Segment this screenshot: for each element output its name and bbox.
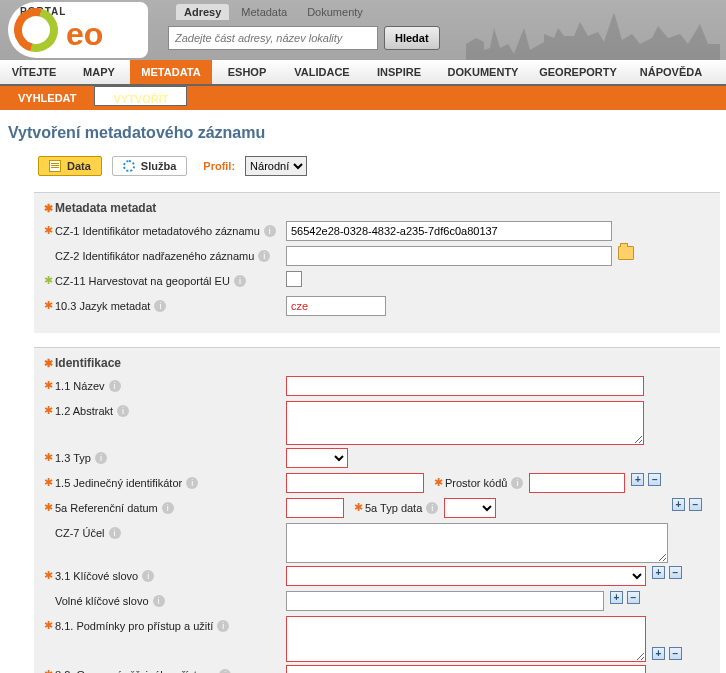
city-silhouette-icon	[466, 14, 726, 60]
submenu-vytvorit[interactable]: VYTVOŘIT	[94, 86, 187, 106]
volne-input[interactable]	[286, 591, 604, 611]
podminky-textarea[interactable]	[286, 616, 646, 662]
logo-eo-text: eo	[66, 16, 103, 53]
cz11-label: CZ-11 Harvestovat na geoportál EU	[55, 275, 230, 287]
menu-validace[interactable]: VALIDACE	[282, 60, 362, 84]
add-button[interactable]: +	[652, 647, 665, 660]
nazev-input[interactable]	[286, 376, 644, 396]
context-tabs: Adresy Metadata Dokumenty	[176, 4, 371, 20]
refdatum-label: 5a Referenční datum	[55, 502, 158, 514]
remove-button[interactable]: −	[627, 591, 640, 604]
identif-input[interactable]	[286, 473, 424, 493]
ucel-textarea[interactable]	[286, 523, 668, 563]
menu-eshop[interactable]: ESHOP	[212, 60, 282, 84]
context-tab-adresy[interactable]: Adresy	[176, 4, 229, 20]
menu-georeporty[interactable]: GEOREPORTY	[530, 60, 626, 84]
refdatum-input[interactable]	[286, 498, 344, 518]
mode-data-label: Data	[67, 160, 91, 172]
add-button[interactable]: +	[672, 498, 685, 511]
add-button[interactable]: +	[631, 473, 644, 486]
section-identifikace: ✱Identifikace ✱1.1 Názevi ✱1.2 Abstrakti…	[34, 347, 720, 673]
typ-label: 1.3 Typ	[55, 452, 91, 464]
info-icon[interactable]: i	[95, 452, 107, 464]
info-icon[interactable]: i	[109, 380, 121, 392]
remove-button[interactable]: −	[689, 498, 702, 511]
info-icon[interactable]: i	[154, 300, 166, 312]
identif-label: 1.5 Jedinečný identifikátor	[55, 477, 182, 489]
remove-button[interactable]: −	[669, 566, 682, 579]
klicslovo-select[interactable]	[286, 566, 646, 586]
data-icon	[49, 160, 61, 172]
mode-sluzba-label: Služba	[141, 160, 176, 172]
search-button[interactable]: Hledat	[384, 26, 440, 50]
menu-metadata[interactable]: METADATA	[130, 60, 212, 84]
menu-dokumenty[interactable]: DOKUMENTY	[436, 60, 530, 84]
info-icon[interactable]: i	[234, 275, 246, 287]
menu-mapy[interactable]: MAPY	[68, 60, 130, 84]
context-tab-metadata[interactable]: Metadata	[233, 4, 295, 20]
mode-row: Data Služba Profil: Národní	[38, 156, 720, 176]
submenu-vyhledat[interactable]: VYHLEDAT	[0, 86, 94, 110]
page-title: Vytvoření metadatového záznamu	[8, 124, 720, 142]
section2-title: Identifikace	[55, 356, 121, 370]
add-button[interactable]: +	[652, 566, 665, 579]
menu-vitejte[interactable]: VÍTEJTE	[0, 60, 68, 84]
podminky-label: 8.1. Podmínky pro přístup a užití	[55, 620, 213, 632]
info-icon[interactable]: i	[117, 405, 129, 417]
remove-button[interactable]: −	[669, 647, 682, 660]
info-icon[interactable]: i	[109, 527, 121, 539]
info-icon[interactable]: i	[426, 502, 438, 514]
profil-label: Profil:	[203, 160, 235, 172]
cz11-checkbox[interactable]	[286, 271, 302, 287]
menu-inspire[interactable]: INSPIRE	[362, 60, 436, 84]
prostor-input[interactable]	[529, 473, 625, 493]
logo[interactable]: PORTAL eo	[8, 2, 148, 58]
main-menu: VÍTEJTE MAPY METADATA ESHOP VALIDACE INS…	[0, 60, 726, 86]
app-header: PORTAL eo Adresy Metadata Dokumenty Hled…	[0, 0, 726, 60]
search-input[interactable]	[168, 26, 378, 50]
info-icon[interactable]: i	[258, 250, 270, 262]
nazev-label: 1.1 Název	[55, 380, 105, 392]
cz2-input[interactable]	[286, 246, 612, 266]
add-button[interactable]: +	[610, 591, 623, 604]
mode-data-button[interactable]: Data	[38, 156, 102, 176]
jazyk-input[interactable]	[286, 296, 386, 316]
cz2-label: CZ-2 Identifikátor nadřazeného záznamu	[55, 250, 254, 262]
address-search: Hledat	[168, 26, 440, 50]
typdata-select[interactable]	[444, 498, 496, 518]
section1-title: Metadata metadat	[55, 201, 156, 215]
context-tab-dokumenty[interactable]: Dokumenty	[299, 4, 371, 20]
volne-label: Volné klíčové slovo	[55, 595, 149, 607]
mode-sluzba-button[interactable]: Služba	[112, 156, 187, 176]
info-icon[interactable]: i	[217, 620, 229, 632]
ucel-label: CZ-7 Účel	[55, 527, 105, 539]
info-icon[interactable]: i	[153, 595, 165, 607]
cz1-label: CZ-1 Identifikátor metadatového záznamu	[55, 225, 260, 237]
abstrakt-label: 1.2 Abstrakt	[55, 405, 113, 417]
typ-select[interactable]	[286, 448, 348, 468]
jazyk-label: 10.3 Jazyk metadat	[55, 300, 150, 312]
cz1-input[interactable]	[286, 221, 612, 241]
sub-menu: VYHLEDAT VYTVOŘIT	[0, 86, 726, 110]
typdata-label: 5a Typ data	[365, 502, 422, 514]
menu-napoveda[interactable]: NÁPOVĚDA	[626, 60, 716, 84]
klicslovo-label: 3.1 Klíčové slovo	[55, 570, 138, 582]
profil-select[interactable]: Národní	[245, 156, 307, 176]
info-icon[interactable]: i	[511, 477, 523, 489]
prostor-label: Prostor kódů	[445, 477, 507, 489]
info-icon[interactable]: i	[162, 502, 174, 514]
info-icon[interactable]: i	[219, 669, 231, 674]
omezeni-textarea[interactable]	[286, 665, 646, 673]
gear-icon	[123, 160, 135, 172]
info-icon[interactable]: i	[186, 477, 198, 489]
remove-button[interactable]: −	[648, 473, 661, 486]
omezeni-label: 8.2. Omezení věřejného přístupu	[55, 669, 215, 674]
abstrakt-textarea[interactable]	[286, 401, 644, 445]
folder-icon[interactable]	[618, 246, 634, 260]
page-content: Vytvoření metadatového záznamu Data Služ…	[0, 110, 726, 673]
section-metadata-metadat: ✱Metadata metadat ✱CZ-1 Identifikátor me…	[34, 192, 720, 333]
info-icon[interactable]: i	[142, 570, 154, 582]
info-icon[interactable]: i	[264, 225, 276, 237]
